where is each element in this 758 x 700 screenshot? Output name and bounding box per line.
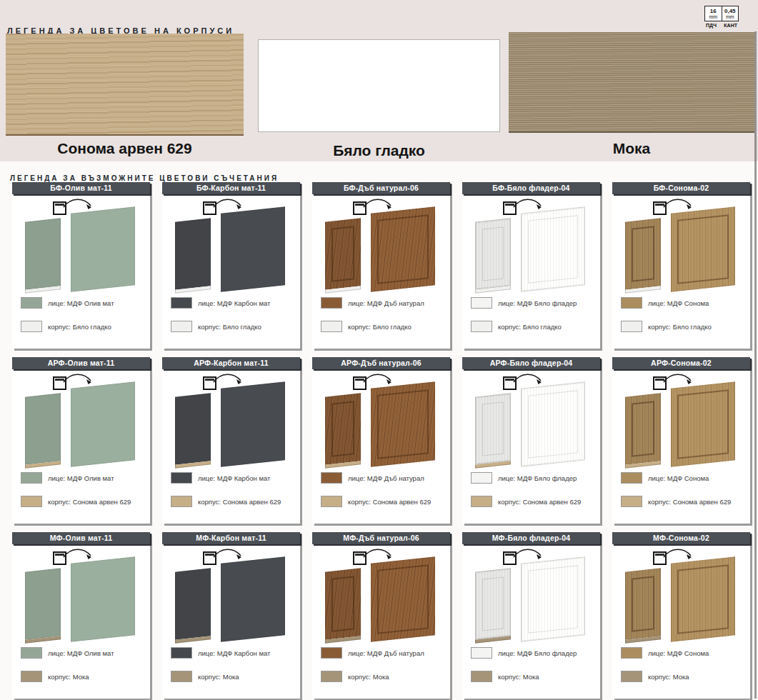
- door-frame-profile: [331, 401, 354, 456]
- body-label: корпус: Сонома арвен 629: [348, 498, 431, 506]
- corpus-swatch-sonoma-arven: [6, 34, 244, 136]
- door-panel-left: [475, 218, 511, 289]
- combination-card-title: АРФ-Карбон мат-11: [162, 357, 300, 369]
- door-panel-right: [521, 556, 585, 641]
- door-preview: [612, 369, 750, 473]
- body-legend-row: корпус: Мока: [471, 670, 596, 683]
- door-frame-profile: [632, 226, 654, 281]
- door-frame-profile: [482, 226, 504, 281]
- face-legend-row: лице: МДФ Бяло фладер: [471, 646, 596, 659]
- door-preview: [162, 369, 300, 473]
- corpus-swatch-name: Мока: [509, 140, 754, 157]
- body-label: корпус: Сонома арвен 629: [48, 498, 131, 506]
- face-legend-row: лице: МДФ Карбон мат: [171, 296, 296, 309]
- door-panel-left: [625, 393, 661, 464]
- body-label: корпус: Бяло гладко: [348, 323, 412, 331]
- door-frame-profile: [377, 214, 429, 284]
- rotate-arrow-icon: [662, 371, 694, 388]
- body-legend-row: корпус: Сонома арвен 629: [171, 495, 296, 508]
- door-panel-left: [175, 218, 211, 289]
- door-frame-profile: [528, 565, 578, 633]
- door-panel-right: [71, 556, 135, 641]
- body-legend-row: корпус: Бяло гладко: [621, 320, 746, 333]
- edge-thickness-cell: 0,45 mm: [722, 6, 739, 21]
- combination-card: МФ-Бяло фладер-04 лице: МДФ Бяло фладер …: [462, 532, 600, 699]
- body-label: корпус: Бяло гладко: [48, 323, 111, 331]
- body-color-chip: [471, 321, 492, 332]
- face-color-chip: [171, 647, 192, 659]
- door-panel-left: [175, 568, 211, 639]
- door-panel-right: [71, 381, 135, 466]
- body-color-chip: [21, 321, 42, 332]
- combination-card: АРФ-Бяло фладер-04 лице: МДФ Бяло фладер…: [462, 357, 600, 524]
- door-panel-left: [175, 393, 211, 464]
- body-color-chip: [21, 671, 42, 682]
- face-color-chip: [171, 297, 192, 309]
- body-legend-row: корпус: Бяло гладко: [471, 320, 596, 333]
- face-label: лице: МДФ Сонома: [648, 649, 709, 657]
- corpus-swatch-name: Сонома арвен 629: [6, 140, 244, 157]
- door-panel-right: [521, 206, 585, 291]
- face-label: лице: МДФ Олив мат: [48, 299, 114, 307]
- body-color-chip: [171, 496, 192, 507]
- door-frame-profile: [482, 576, 504, 631]
- combination-card: АРФ-Олив мат-11 лице: МДФ Олив мат корпу…: [12, 357, 150, 524]
- combinations-legend-title: ЛЕГЕНДА ЗА ВЪЗМОЖНИТЕ ЦВЕТОВИ СЪЧЕТАНИЯ: [10, 174, 279, 182]
- body-legend-row: корпус: Сонома арвен 629: [21, 495, 146, 508]
- body-legend-row: корпус: Мока: [21, 670, 146, 683]
- door-frame-profile: [632, 576, 654, 631]
- door-panel-right: [221, 206, 285, 291]
- face-label: лице: МДФ Бяло фладер: [498, 299, 577, 307]
- face-label: лице: МДФ Дъб натурал: [348, 299, 424, 307]
- combination-card: АРФ-Сонома-02 лице: МДФ Сонома корпус: С…: [612, 357, 750, 524]
- door-preview: [462, 194, 600, 298]
- face-legend-row: лице: МДФ Бяло фладер: [471, 296, 596, 309]
- door-preview: [312, 194, 450, 298]
- body-label: корпус: Сонома арвен 629: [498, 498, 581, 506]
- body-color-chip: [621, 496, 642, 507]
- face-label: лице: МДФ Дъб натурал: [348, 474, 424, 482]
- face-legend-row: лице: МДФ Карбон мат: [171, 646, 296, 659]
- face-label: лице: МДФ Сонома: [648, 299, 709, 307]
- rotate-arrow-icon: [362, 196, 394, 213]
- door-panel-left: [25, 393, 61, 464]
- face-legend-row: лице: МДФ Олив мат: [21, 296, 146, 309]
- rotate-arrow-icon: [512, 546, 544, 563]
- door-panel-left: [475, 568, 511, 639]
- corpus-swatch-white: [258, 39, 500, 132]
- body-label: корпус: Бяло гладко: [648, 323, 712, 331]
- edge-thickness-unit: mm: [722, 14, 739, 20]
- face-legend-row: лице: МДФ Дъб натурал: [321, 296, 446, 309]
- combination-card-title: БФ-Карбон мат-11: [162, 182, 300, 194]
- face-color-chip: [321, 647, 342, 659]
- combination-card-title: БФ-Олив мат-11: [12, 182, 150, 194]
- face-legend-row: лице: МДФ Сонома: [621, 296, 746, 309]
- rotate-arrow-icon: [212, 371, 244, 388]
- door-panel-right: [671, 206, 735, 291]
- page-edge-shadow: [754, 31, 757, 699]
- rotate-arrow-icon: [212, 546, 244, 563]
- combination-card: БФ-Карбон мат-11 лице: МДФ Карбон мат ко…: [162, 182, 300, 349]
- body-label: корпус: Мока: [498, 673, 539, 681]
- door-panel-right: [371, 206, 435, 291]
- edge-material-label: КАНТ: [724, 23, 737, 28]
- face-label: лице: МДФ Карбон мат: [198, 299, 270, 307]
- door-panel-left: [325, 218, 361, 289]
- board-thickness-value: 16: [705, 8, 722, 14]
- rotate-arrow-icon: [362, 546, 394, 563]
- body-label: корпус: Мока: [48, 673, 89, 681]
- face-label: лице: МДФ Бяло фладер: [498, 649, 577, 657]
- door-frame-profile: [482, 401, 504, 456]
- rotate-arrow-icon: [62, 196, 94, 213]
- door-preview: [462, 369, 600, 473]
- combination-card: БФ-Олив мат-11 лице: МДФ Олив мат корпус…: [12, 182, 150, 349]
- body-label: корпус: Бяло гладко: [198, 323, 261, 331]
- corpus-swatch-block-sonoma-arven: Сонома арвен 629: [6, 34, 244, 157]
- combination-card-title: АРФ-Дъб натурал-06: [312, 357, 450, 369]
- combination-card: АРФ-Карбон мат-11 лице: МДФ Карбон мат к…: [162, 357, 300, 524]
- face-color-chip: [621, 472, 642, 484]
- rotate-arrow-icon: [512, 371, 544, 388]
- body-label: корпус: Мока: [198, 673, 239, 681]
- door-frame-profile: [632, 401, 654, 456]
- face-label: лице: МДФ Бяло фладер: [498, 474, 577, 482]
